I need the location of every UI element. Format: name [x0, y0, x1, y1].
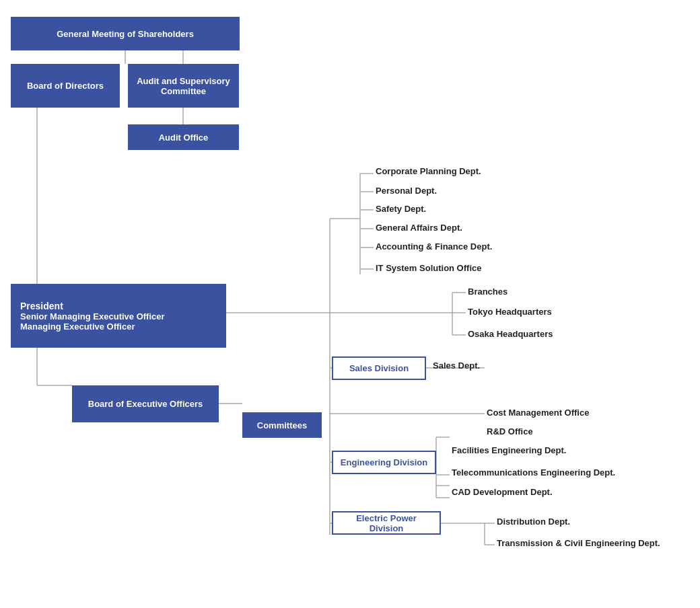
- engineering-division-label: Engineering Division: [341, 457, 427, 467]
- accounting-label: Accounting & Finance Dept.: [376, 241, 492, 252]
- it-system-label: IT System Solution Office: [376, 263, 481, 273]
- engineering-division-box: Engineering Division: [332, 451, 436, 474]
- tokyo-hq-label: Tokyo Headquarters: [468, 307, 552, 317]
- cad-label: CAD Development Dept.: [452, 487, 553, 497]
- audit-supervisory-label: Audit and Supervisory Committee: [136, 76, 231, 96]
- rd-office-label: R&D Office: [487, 426, 533, 436]
- committees-box: Committees: [242, 412, 322, 438]
- osaka-hq-label: Osaka Headquarters: [468, 329, 553, 339]
- org-chart: General Meeting of Shareholders Board of…: [0, 0, 700, 608]
- branches-label: Branches: [468, 287, 508, 297]
- safety-label: Safety Dept.: [376, 204, 426, 214]
- sales-dept-label: Sales Dept.: [433, 360, 480, 371]
- electric-power-box: Electric Power Division: [332, 511, 441, 535]
- board-directors-box: Board of Directors: [11, 64, 120, 108]
- telecom-label: Telecommunications Engineering Dept.: [452, 467, 615, 478]
- audit-supervisory-box: Audit and Supervisory Committee: [128, 64, 239, 108]
- corp-planning-label: Corporate Planning Dept.: [376, 166, 481, 176]
- electric-power-label: Electric Power Division: [340, 513, 433, 533]
- board-exec-box: Board of Executive Officers: [72, 385, 219, 422]
- president-box: President Senior Managing Executive Offi…: [11, 284, 226, 348]
- president-line2: Senior Managing Executive Officer: [20, 311, 165, 321]
- general-affairs-label: General Affairs Dept.: [376, 223, 462, 233]
- committees-label: Committees: [257, 420, 307, 430]
- president-line3: Managing Executive Officer: [20, 321, 135, 332]
- audit-office-box: Audit Office: [128, 124, 239, 150]
- cost-mgmt-label: Cost Management Office: [487, 408, 589, 418]
- transmission-label: Transmission & Civil Engineering Dept.: [497, 538, 660, 548]
- president-line1: President: [20, 301, 63, 311]
- sales-division-label: Sales Division: [349, 363, 409, 373]
- sales-division-box: Sales Division: [332, 356, 426, 380]
- board-exec-label: Board of Executive Officers: [88, 399, 203, 409]
- general-meeting-box: General Meeting of Shareholders: [11, 17, 240, 50]
- personal-label: Personal Dept.: [376, 186, 437, 196]
- facilities-label: Facilities Engineering Dept.: [452, 445, 566, 455]
- audit-office-label: Audit Office: [159, 132, 209, 143]
- general-meeting-label: General Meeting of Shareholders: [57, 29, 194, 39]
- distribution-label: Distribution Dept.: [497, 517, 570, 527]
- board-directors-label: Board of Directors: [27, 81, 104, 91]
